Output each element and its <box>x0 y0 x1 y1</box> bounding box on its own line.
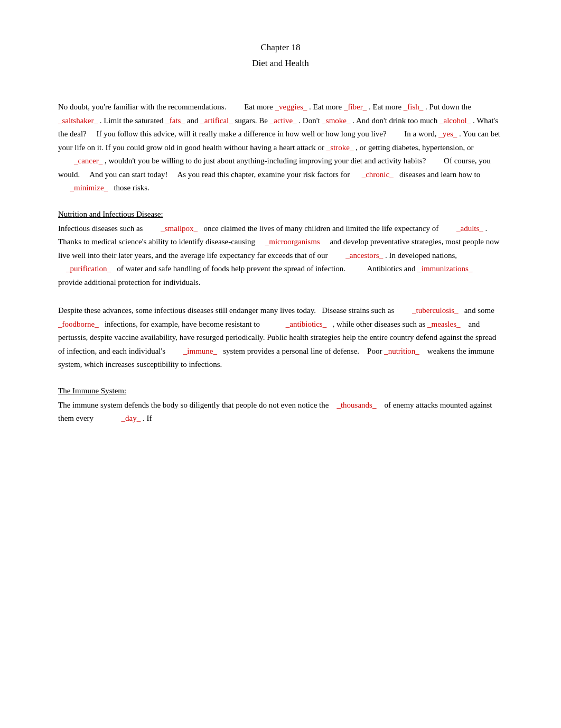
section2-header: The Immune System: <box>58 386 503 395</box>
page: Chapter 18 Diet and Health No doubt, you… <box>0 0 561 728</box>
immune1-paragraph: The immune system defends the body so di… <box>58 399 503 426</box>
infect2-paragraph: Despite these advances, some infectious … <box>58 304 503 372</box>
chapter-title: Diet and Health <box>58 58 503 69</box>
chapter-heading: Chapter 18 <box>58 42 503 53</box>
infect1-paragraph: Infectious diseases such as _smallpox_ o… <box>58 222 503 290</box>
intro-paragraph: No doubt, you're familiar with the recom… <box>58 100 503 195</box>
chapter-label: Chapter 18 <box>260 42 300 52</box>
chapter-title-text: Diet and Health <box>252 58 309 68</box>
section1-header: Nutrition and Infectious Disease: <box>58 210 503 219</box>
